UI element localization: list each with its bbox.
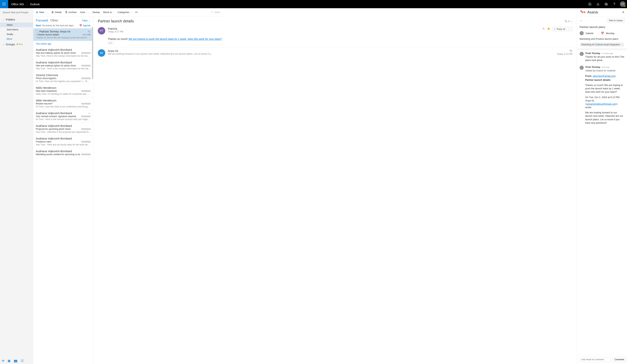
asana-logo-icon	[580, 11, 585, 13]
attachment-count[interactable]: 📎 1 ⌄	[565, 20, 572, 23]
chevron-down-icon: ⌄	[570, 20, 572, 23]
search-input[interactable]	[2, 11, 34, 14]
skype-icon[interactable]: Ⓢ	[586, 0, 594, 8]
reading-header: Partner launch details 📎 1 ⌄	[93, 16, 577, 25]
agenda-button[interactable]: 📅 Agenda	[79, 24, 91, 27]
message-item[interactable]: Nikki HendersonReview resume?9/19/2018Hi…	[33, 97, 93, 110]
message-item[interactable]: Audriana Vojkovich-BombardHair and makeu…	[33, 59, 93, 72]
thread-message-expanded[interactable]: PT Patricia Today, 9:17 PM ⁂ 👍 ↩ Reply a…	[93, 25, 577, 36]
mail-icon[interactable]: ✉	[2, 359, 4, 363]
svg-rect-0	[2, 2, 3, 3]
more-button[interactable]: •••	[135, 11, 138, 14]
message-preview: Hi Trish, I just met Julio at our confer…	[36, 105, 91, 108]
task-tag[interactable]: Marketing for Outlook email integration	[580, 43, 625, 47]
sweep-button[interactable]: Sweep	[92, 11, 100, 14]
moveto-button[interactable]: Move to ⌄	[103, 11, 114, 14]
reply-dropdown[interactable]: ⌄	[568, 27, 572, 31]
message-item[interactable]: Victoria ChernovaPhoto shoot logistics9/…	[33, 72, 93, 85]
chevron-down-icon: ⌄	[88, 11, 89, 13]
message-item[interactable]: Audriana Vojkovich-BombardHair and makeu…	[33, 47, 93, 59]
message-item[interactable]: Patricia Tormey; Anya Vo📎▸Partner launch…	[33, 28, 93, 41]
separator	[577, 48, 627, 50]
message-subject: Proposal for upcoming photo shoot	[36, 128, 81, 130]
calendar-icon[interactable]: 📅	[601, 32, 604, 35]
scrollbar[interactable]	[92, 27, 93, 79]
comment-item: Trish Tormey 1 minute ago Thanks for all…	[577, 50, 627, 64]
close-icon[interactable]: ✕	[622, 10, 625, 14]
message-from: Nikki Henderson	[36, 99, 91, 102]
asana-icon[interactable]: ⁂	[542, 27, 545, 30]
message-item[interactable]: Audriana Vojkovich-Bombard✓Your revised …	[33, 110, 93, 123]
like-icon[interactable]: 👍	[547, 27, 550, 30]
sent-time: Today, 9:17 PM	[108, 30, 540, 33]
checkbox[interactable]	[36, 30, 38, 33]
svg-rect-1	[4, 2, 4, 3]
message-item[interactable]: Audriana Vojkovich-BombardProposal for u…	[33, 123, 93, 135]
task-title: Partner launch plans	[577, 25, 627, 30]
message-from: Nikki Henderson	[36, 86, 91, 89]
paperclip-icon: 📎	[88, 30, 91, 33]
thread-message-collapsed[interactable]: AV Anya Vo We are looking forward to our…	[93, 47, 577, 59]
undo-button[interactable]: ↶ Undo	[211, 11, 220, 14]
reading-pane: Partner launch details 📎 1 ⌄ PT Patricia…	[93, 8, 577, 364]
settings-icon[interactable]	[602, 0, 610, 8]
assignee-name[interactable]: Gabriel	[586, 32, 593, 35]
message-time: 9/18/2018	[81, 128, 91, 130]
message-item[interactable]: Audriana Vojkovich-BombardFreelance rate…	[33, 135, 93, 148]
comment-input[interactable]	[580, 357, 611, 362]
message-item[interactable]: Audriana Vojkovich-BombardMarketing asse…	[33, 148, 93, 158]
chevron-down-icon: ⌄	[113, 11, 114, 13]
nav-drafts[interactable]: Drafts	[0, 32, 33, 37]
brand-label[interactable]: Office 365	[8, 2, 27, 6]
delete-button[interactable]: 🗑 Delete	[51, 11, 62, 14]
section-header: Two weeks ago	[33, 41, 93, 47]
expand-quote-button[interactable]: •••	[108, 42, 113, 44]
body-link[interactable]: We are hoping to push the launch back by…	[129, 38, 222, 41]
calendar-icon[interactable]: ▦	[8, 359, 10, 363]
comment-body-p1: Thanks so much! We are hoping to push th…	[585, 84, 625, 94]
new-button[interactable]: ⊕ New |⌄	[36, 11, 48, 14]
groups-header[interactable]: ⌄ Groups ✱ New	[0, 41, 33, 47]
app-launcher-icon[interactable]	[0, 0, 8, 8]
archive-button[interactable]: 🗄 Archive	[65, 11, 77, 14]
nav-sent[interactable]: Sent Items	[0, 27, 33, 32]
avatar-initials: TT	[621, 3, 624, 5]
asana-panel: Asana ✕ ← View in Asana Partner launch p…	[577, 8, 627, 364]
comment-button[interactable]: Comment	[613, 357, 626, 362]
user-avatar[interactable]: TT	[620, 1, 626, 7]
message-subject: Hair and makeup stylists for photo shoot	[36, 52, 81, 54]
message-from: Victoria Chernova	[36, 74, 91, 77]
view-in-asana-button[interactable]: View in Asana	[607, 18, 625, 23]
sender-name: Anya Vo	[108, 49, 554, 52]
plus-icon: ⊕	[36, 11, 38, 14]
categories-button[interactable]: Categories ⌄	[117, 11, 132, 14]
message-from: Audriana Vojkovich-Bombard	[36, 111, 88, 115]
comment-from: From: pltormey@gmail.com	[585, 74, 625, 78]
tab-focused[interactable]: Focused	[36, 19, 48, 22]
notifications-icon[interactable]	[594, 0, 602, 8]
message-item[interactable]: Nikki HendersonNew team headshots9/19/20…	[33, 85, 93, 97]
sent-time: Today, 9:13 PM	[557, 53, 573, 55]
filter-button[interactable]: Filter ⌄	[82, 19, 91, 22]
presence-indicator	[624, 5, 626, 7]
chevron-down-icon: ⌄	[2, 43, 4, 46]
nav-more[interactable]: More	[0, 37, 33, 41]
chevron-down-icon: ⌄	[130, 11, 132, 13]
message-from: Audriana Vojkovich-Bombard	[36, 48, 91, 51]
tab-other[interactable]: Other	[50, 19, 58, 22]
asana-header: Asana ✕	[577, 8, 627, 16]
due-date[interactable]: Monday	[606, 32, 615, 35]
reply-all-button[interactable]: ↩ Reply all |	[552, 27, 568, 31]
left-nav: ⌄ Folders Inbox Sent Items Drafts More ⌄…	[0, 8, 33, 364]
nav-inbox[interactable]: Inbox	[0, 23, 33, 27]
app-label[interactable]: Outlook	[27, 2, 43, 6]
folders-header[interactable]: ⌄ Folders	[0, 16, 33, 23]
people-icon[interactable]: 👥	[14, 359, 17, 363]
help-icon[interactable]: ?	[610, 0, 619, 8]
task-description: Marketing and Product launch plans	[577, 36, 627, 42]
chevron-down-icon: ⌄	[2, 18, 4, 21]
tasks-icon[interactable]: ☑	[21, 359, 23, 363]
back-icon[interactable]: ←	[580, 19, 583, 22]
junk-button[interactable]: Junk |⌄	[80, 11, 89, 14]
assignee-avatar[interactable]	[580, 31, 584, 35]
